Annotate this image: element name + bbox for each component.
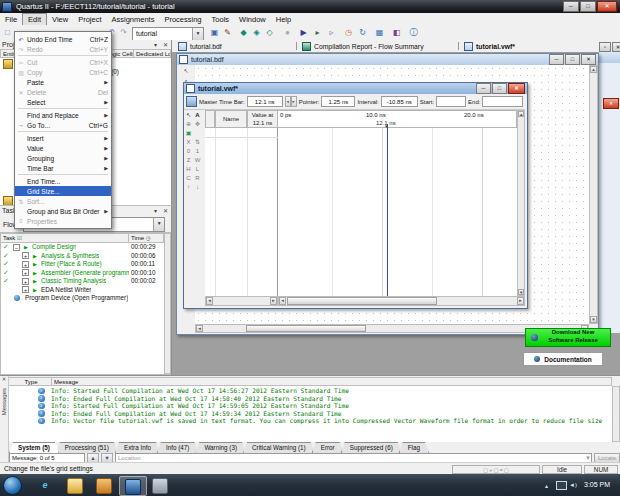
menu-project[interactable]: Project: [73, 14, 106, 25]
menu-item-value[interactable]: Value▶: [15, 143, 111, 153]
menu-item-time-bar[interactable]: Time Bar▶: [15, 163, 111, 173]
menu-item-paste[interactable]: Paste▶: [15, 77, 111, 87]
assignment-editor-icon[interactable]: ◆: [238, 27, 249, 38]
tab-info[interactable]: Info (47): [157, 442, 198, 453]
project-combobox[interactable]: tutorial ▼: [132, 27, 204, 41]
maximize-button[interactable]: □: [492, 83, 507, 94]
analysis-icon[interactable]: ▸: [312, 27, 323, 38]
collapse-icon[interactable]: −: [13, 244, 20, 251]
task-row[interactable]: ✓ + ▶ Classic Timing Analysis 00:00:02: [1, 277, 164, 286]
task-row[interactable]: + ▶ EDA Netlist Writer: [1, 286, 164, 295]
minimize-button[interactable]: ─: [549, 54, 564, 65]
waveform-canvas[interactable]: [278, 128, 517, 296]
vwf-vertical-scrollbar[interactable]: ▲ ▼: [517, 110, 525, 296]
column-task[interactable]: Task ☑: [1, 233, 129, 243]
task-row[interactable]: ✓ + ▶ Assembler (Generate programming fi…: [1, 269, 164, 278]
tab-processing[interactable]: Processing (51): [56, 442, 118, 453]
tray-expand-icon[interactable]: ▴: [545, 482, 548, 489]
spin-right-icon[interactable]: ▸: [291, 96, 297, 107]
task-row[interactable]: ✓ + ▶ Fitter (Place & Route) 00:00:11: [1, 260, 164, 269]
start-compilation-icon[interactable]: ▶: [298, 27, 309, 38]
column-time[interactable]: Time ◷: [129, 233, 164, 243]
menu-item-insert[interactable]: Insert▶: [15, 133, 111, 143]
netlist-icon[interactable]: ▹: [326, 27, 337, 38]
message-row[interactable]: i Info: Started Full Compilation at Wed …: [9, 387, 609, 395]
taskbar-ie-icon[interactable]: e: [38, 478, 52, 492]
help-info-icon[interactable]: ⓘ: [408, 27, 419, 38]
close-button[interactable]: ✕: [597, 1, 617, 12]
expand-icon[interactable]: +: [22, 278, 29, 285]
menu-help[interactable]: Help: [271, 14, 296, 25]
settings-icon[interactable]: ◇: [264, 27, 275, 38]
snap-grid-icon[interactable]: [186, 96, 197, 107]
menu-item-grid-size[interactable]: Grid Size...: [15, 186, 111, 196]
taskbar-clock[interactable]: 3:05 PM: [584, 481, 610, 488]
panel-close-icon[interactable]: ✕: [0, 376, 8, 382]
start-button[interactable]: [3, 476, 22, 495]
menu-assignments[interactable]: Assignments: [107, 14, 160, 25]
zoom-tool-icon[interactable]: ⊕: [184, 120, 193, 129]
title-bar[interactable]: Quartus II - F:/EECT112/tutorial/tutoria…: [0, 0, 620, 13]
bdf-vertical-scrollbar[interactable]: ▲ ▼: [589, 65, 598, 324]
expand-icon[interactable]: +: [22, 252, 29, 259]
menu-item-go-to[interactable]: → Go To...Ctrl+G: [15, 120, 111, 130]
fragment-close-icon[interactable]: ✕: [603, 98, 619, 109]
taskbar-app2-icon[interactable]: [152, 478, 168, 494]
cursor-tool-icon[interactable]: ↖: [182, 67, 191, 76]
master-time-marker-line[interactable]: [387, 124, 388, 296]
panel-close-icon[interactable]: ✕: [160, 207, 171, 214]
message-row[interactable]: i Info: Started Full Compilation at Wed …: [9, 402, 609, 410]
tab-extra-info[interactable]: Extra Info: [115, 442, 160, 453]
task-row[interactable]: Program Device (Open Programmer): [1, 294, 164, 303]
menu-tools[interactable]: Tools: [207, 14, 235, 25]
menu-processing[interactable]: Processing: [159, 14, 206, 25]
programmer-icon[interactable]: ◧: [391, 27, 402, 38]
name-pane-scrollbar[interactable]: ◄ ►: [205, 296, 278, 306]
documentation-button[interactable]: Documentation: [523, 352, 603, 366]
value-column-header[interactable]: Value at 12.1 ns: [247, 110, 278, 128]
download-software-button[interactable]: Download New Software Release: [525, 328, 611, 347]
tab-system[interactable]: System (5): [9, 442, 59, 453]
bdf-window-titlebar[interactable]: tutorial.bdf ─ □ ✕: [177, 54, 598, 65]
tab-tutorial-vwf[interactable]: tutorial.vwf*: [464, 41, 515, 51]
menu-view[interactable]: View: [47, 14, 73, 25]
tray-network-icon[interactable]: [556, 481, 567, 490]
timeline-header[interactable]: 0 ps 10.0 ns 20.0 ns 12.1 ns ▼: [278, 110, 517, 128]
full-screen-icon[interactable]: ▣: [184, 129, 193, 138]
message-row[interactable]: i Info: Ended Full Compilation at Wed Oc…: [9, 410, 609, 418]
taskbar-active-app[interactable]: [119, 476, 147, 496]
panel-menu-icon[interactable]: ▾: [151, 207, 160, 214]
chevron-down-icon[interactable]: ▼: [585, 455, 591, 461]
tab-compilation-report[interactable]: Compilation Report - Flow Summary: [302, 41, 424, 51]
task-row[interactable]: ✓ − ▶ Compile Design 00:00:29: [1, 243, 164, 252]
menu-item-find-replace[interactable]: Find and Replace▶: [15, 110, 111, 120]
panel-menu-icon[interactable]: ▾: [151, 41, 160, 48]
menu-item-group-bus-bit-order[interactable]: Group and Bus Bit Order▶: [15, 206, 111, 216]
mdi-restore-icon[interactable]: ▫: [599, 42, 611, 52]
text-tool-icon[interactable]: A: [193, 111, 202, 120]
menu-item-undo-end-time[interactable]: ↶ Undo End TimeCtrl+Z: [15, 34, 111, 44]
timing-icon[interactable]: ◷: [343, 27, 354, 38]
maximize-button[interactable]: □: [565, 54, 580, 65]
panel-close-icon[interactable]: ✕: [160, 41, 171, 48]
tab-error[interactable]: Error: [312, 442, 344, 453]
minimize-button[interactable]: ─: [563, 1, 579, 12]
expand-icon[interactable]: +: [22, 286, 29, 293]
tab-warning[interactable]: Warning (3): [195, 442, 246, 453]
close-button[interactable]: ✕: [581, 54, 596, 65]
menu-item-end-time[interactable]: End Time...: [15, 176, 111, 186]
tab-critical-warning[interactable]: Critical Warning (1): [243, 442, 315, 453]
chevron-down-icon[interactable]: ▼: [153, 218, 164, 231]
message-row[interactable]: i Info: Ended Full Compilation at Wed Oc…: [9, 395, 609, 403]
tab-suppressed[interactable]: Suppressed (6): [341, 442, 402, 453]
close-button[interactable]: ✕: [508, 83, 525, 94]
menu-item-select[interactable]: Select▶: [15, 97, 111, 107]
tasks-scrollbar[interactable]: [164, 233, 171, 374]
minimize-button[interactable]: ─: [476, 83, 491, 94]
selection-tool-icon[interactable]: ↖: [184, 111, 193, 120]
messages-scrollbar[interactable]: [612, 386, 620, 442]
simulate-icon[interactable]: ↻: [357, 27, 368, 38]
menu-window[interactable]: Window: [234, 14, 271, 25]
maximize-button[interactable]: □: [580, 1, 596, 12]
expand-icon[interactable]: +: [22, 261, 29, 268]
